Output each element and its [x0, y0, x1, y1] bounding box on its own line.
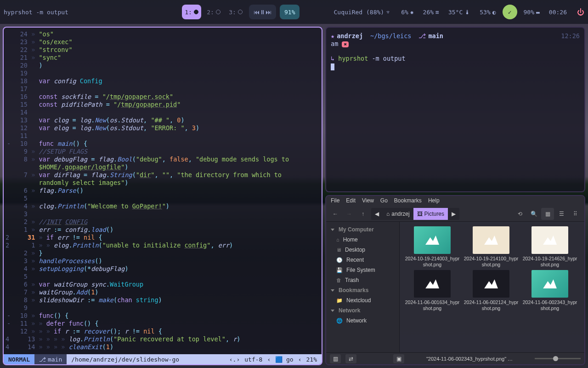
prompt-arrow-icon: ↳	[331, 55, 334, 62]
file-item[interactable]: 2024-10-19-214003_hyprshot.png	[404, 226, 460, 267]
disk-icon: ◐	[492, 9, 496, 16]
memory-widget: 26% ≡	[420, 9, 442, 16]
command-line[interactable]: ↳ hyprshot -m output	[331, 55, 580, 63]
compact-view-button[interactable]: ⠿	[569, 208, 582, 220]
git-branch: ⎇main	[34, 354, 67, 364]
battery-icon: ▬	[536, 9, 540, 16]
file-item[interactable]: 2024-10-19-214626_hyprshot.png	[522, 226, 578, 267]
menu-view[interactable]: View	[362, 197, 374, 205]
reload-button[interactable]: ⟲	[514, 208, 526, 220]
sidebar-bookmarks-header[interactable]: Bookmarks	[326, 285, 399, 295]
sidebar-item-trash[interactable]: 🗑Trash	[326, 275, 399, 285]
prompt-user: andrzej	[337, 32, 363, 40]
memory-icon: ≡	[435, 9, 439, 16]
encoding: utf-8	[244, 356, 262, 363]
workspace-2[interactable]: 2:	[204, 5, 223, 19]
file-manager-window[interactable]: FileEditViewGoBookmarksHelp ← → ↑ ◀ ⌂and…	[325, 195, 585, 365]
editor-window[interactable]: 24 » "os" 23 » "os/exec" 22 » "strconv" …	[3, 27, 322, 365]
path-bar[interactable]: ◀ ⌂andrzej 🖼Pictures ▶	[371, 208, 459, 220]
prompt-cwd: ~/bgs/leics	[370, 32, 411, 40]
sidebar-computer-header[interactable]: My Computer	[326, 224, 399, 235]
menu-edit[interactable]: Edit	[346, 197, 356, 205]
sidebar-item-desktop[interactable]: 🖥Desktop	[326, 245, 399, 255]
workspace-3[interactable]: 3:	[226, 5, 245, 19]
updates-widget[interactable]: 91%	[280, 5, 300, 19]
nav-back-button[interactable]: ←	[329, 208, 342, 220]
menu-file[interactable]: File	[331, 197, 339, 205]
power-button[interactable]: ⏻	[573, 8, 584, 17]
file-path: /home/andrzej/dev/slideshow-go	[67, 356, 224, 363]
prompt: ★andrzej ~/bgs/leics ⎇main 12:26	[331, 32, 580, 40]
selection-status: "2024-11-06-002343_hyprshot.png" …	[409, 356, 530, 362]
modified-indicator: ‹.›	[229, 356, 240, 363]
error-badge: ✖	[342, 41, 349, 47]
path-seg-home[interactable]: ⌂andrzej	[383, 208, 413, 220]
sidebar-toggle-button[interactable]: ▥	[330, 354, 341, 363]
fm-file-grid[interactable]: 2024-10-19-214003_hyprshot.png2024-10-19…	[400, 222, 584, 352]
file-item[interactable]: 2024-10-19-214100_hyprshot.png	[463, 226, 519, 267]
filetype: 🟦 go	[275, 356, 293, 363]
sidebar-item-nextcloud[interactable]: 📁Nextcloud	[326, 295, 399, 305]
sidebar-item-recent[interactable]: 🕓Recent	[326, 255, 399, 265]
cpu-widget: 6% ✹	[398, 9, 416, 16]
tree-toggle-button[interactable]: ⇄	[345, 354, 356, 363]
terminal-toggle-button[interactable]: ▣	[393, 354, 404, 363]
media-indicator[interactable]: ⏮⏸⏭	[249, 5, 276, 19]
sidebar-item-network[interactable]: 🌐Network	[326, 316, 399, 326]
git-icon: ⎇	[418, 32, 426, 40]
editor-statusline: NORMAL ⎇main /home/andrzej/dev/slideshow…	[4, 354, 322, 364]
disk-widget: 53% ◐	[477, 9, 498, 16]
terminal-window[interactable]: ★andrzej ~/bgs/leics ⎇main 12:26 am ✖ ↳ …	[325, 27, 585, 192]
workspace-1[interactable]: 1:	[182, 5, 201, 19]
nav-forward-button: →	[343, 208, 356, 220]
picture-icon: 🖼	[417, 211, 423, 217]
sidebar-network-header[interactable]: Network	[326, 305, 399, 316]
temp-widget: 35°C 🌡	[446, 9, 473, 16]
prompt-time: 12:26	[561, 32, 580, 40]
clock-widget[interactable]: 00:26	[546, 9, 570, 16]
fm-statusbar: ▥ ⇄ ▣ "2024-11-06-002343_hyprshot.png" …	[326, 352, 584, 364]
path-seg-current[interactable]: 🖼Pictures	[413, 208, 448, 220]
status-bar: hyprshot -m output 1:2:3: ⏮⏸⏭ 91% CuquiR…	[0, 0, 588, 24]
star-icon: ★	[331, 32, 334, 40]
workspace-switcher: 1:2:3:	[182, 5, 245, 19]
last-status: am ✖	[331, 40, 580, 48]
file-item[interactable]: 2024-11-06-002343_hyprshot.png	[522, 270, 578, 311]
menu-go[interactable]: Go	[380, 197, 388, 205]
vim-mode: NORMAL	[4, 354, 34, 364]
search-button[interactable]: 🔍	[527, 208, 540, 220]
cpu-icon: ✹	[410, 9, 414, 16]
thermometer-icon: 🌡	[464, 9, 470, 16]
path-prev-button[interactable]: ◀	[371, 208, 383, 220]
wifi-widget[interactable]: CuquiRed (88%) ᯤ	[331, 9, 395, 16]
fm-sidebar: My Computer ⌂Home🖥Desktop🕓Recent💾File Sy…	[326, 222, 400, 352]
home-icon: ⌂	[386, 211, 390, 217]
status-ok-icon: ✓	[503, 5, 517, 19]
sidebar-item-file-system[interactable]: 💾File System	[326, 265, 399, 275]
scroll-percent: 21%	[306, 356, 317, 363]
list-view-button[interactable]: ☰	[555, 208, 568, 220]
fm-toolbar: ← → ↑ ◀ ⌂andrzej 🖼Pictures ▶ ⟲ 🔍 ▦ ☰ ⠿	[326, 206, 584, 222]
menu-help[interactable]: Help	[428, 197, 440, 205]
nav-up-button[interactable]: ↑	[356, 208, 369, 220]
window-title: hyprshot -m output	[4, 9, 178, 16]
terminal-cursor	[331, 63, 334, 70]
fm-menubar[interactable]: FileEditViewGoBookmarksHelp	[326, 196, 584, 206]
battery-widget: 90% ▬	[521, 9, 543, 16]
icon-view-button[interactable]: ▦	[541, 208, 554, 220]
file-item[interactable]: 2024-11-06-002124_hyprshot.png	[463, 270, 519, 311]
code-area[interactable]: 24 » "os" 23 » "os/exec" 22 » "strconv" …	[4, 28, 322, 354]
wifi-icon: ᯤ	[386, 9, 392, 16]
file-item[interactable]: 2024-11-06-001634_hyprshot.png	[404, 270, 460, 311]
path-next-button[interactable]: ▶	[448, 208, 459, 220]
branch-icon: ⎇	[39, 356, 46, 363]
sidebar-item-home[interactable]: ⌂Home	[326, 235, 399, 245]
zoom-slider[interactable]	[535, 358, 581, 359]
prompt-branch: main	[428, 32, 443, 40]
menu-bookmarks[interactable]: Bookmarks	[394, 197, 422, 205]
